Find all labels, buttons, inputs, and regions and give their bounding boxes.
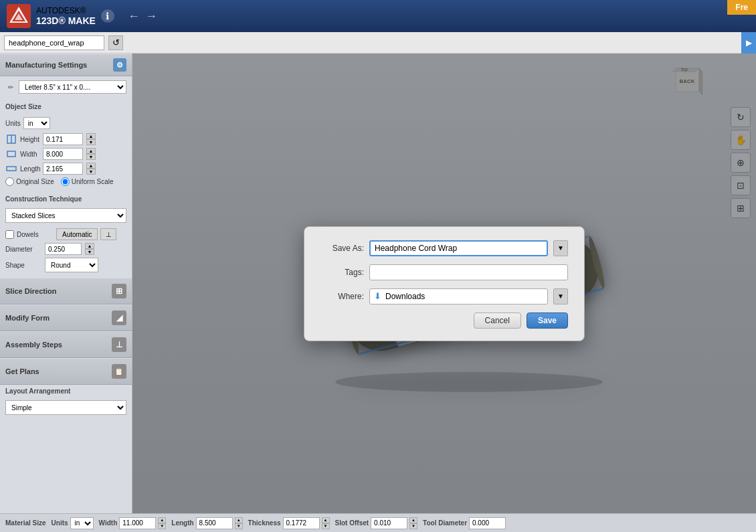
original-size-radio[interactable]: Original Size xyxy=(5,177,54,186)
length-input[interactable] xyxy=(43,163,83,175)
shape-label: Shape xyxy=(5,262,42,269)
app-name-label: 123D® MAKE xyxy=(36,15,96,26)
shape-select[interactable]: Round xyxy=(45,258,98,272)
save-as-dropdown-button[interactable]: ▼ xyxy=(553,240,568,256)
dowels-action-button[interactable]: ⊥ xyxy=(100,228,116,240)
dialog-actions: Cancel Save xyxy=(320,313,568,329)
width-down-button[interactable]: ▼ xyxy=(158,523,166,529)
refresh-button[interactable]: ↺ xyxy=(108,35,123,50)
construction-technique-header: Construction Technique xyxy=(0,193,132,205)
layout-select[interactable]: Simple xyxy=(5,400,126,415)
modify-form-section[interactable]: Modify Form ◢ xyxy=(0,304,132,331)
info-icon[interactable]: ℹ xyxy=(101,9,114,23)
where-select[interactable]: ⬇ Downloads xyxy=(369,288,548,304)
topbar: AUTODESK® 123D® MAKE ℹ ← → Fre xyxy=(0,0,756,32)
width-bottom-input[interactable] xyxy=(119,517,156,529)
material-size-label: Material Size xyxy=(5,519,46,527)
slot-offset-spinner: ▲ ▼ xyxy=(409,517,417,529)
uniform-scale-radio[interactable]: Uniform Scale xyxy=(61,177,114,186)
width-down-button[interactable]: ▼ xyxy=(86,154,96,160)
nav-arrows: ← → xyxy=(128,9,157,23)
width-label: Width xyxy=(20,151,40,158)
diameter-up-button[interactable]: ▲ xyxy=(85,243,94,249)
brand-label: AUTODESK® xyxy=(36,6,96,15)
dropdown-icon: ▼ xyxy=(557,244,564,252)
slot-offset-down-button[interactable]: ▼ xyxy=(409,523,417,529)
width-row: Width ▲ ▼ xyxy=(5,148,126,160)
units-label: Units xyxy=(5,120,21,127)
where-dropdown-icon: ▼ xyxy=(557,292,564,300)
diameter-input[interactable] xyxy=(45,243,82,255)
dowels-row: Dowels Automatic ⊥ xyxy=(5,228,126,240)
manufacturing-settings-content: ✏ Letter 8.5" x 11" x 0.... xyxy=(0,76,132,100)
object-size-label: Object Size xyxy=(5,103,41,110)
diameter-down-button[interactable]: ▼ xyxy=(85,249,94,255)
forward-button[interactable]: → xyxy=(145,9,157,23)
get-plans-section[interactable]: Get Plans 📋 xyxy=(0,358,132,385)
units-select[interactable]: in xyxy=(23,117,50,129)
manufacturing-settings-label: Manufacturing Settings xyxy=(5,61,87,69)
where-label: Where: xyxy=(320,292,364,301)
length-bottom-input[interactable] xyxy=(196,517,233,529)
sidebar: Manufacturing Settings ⚙ ✏ Letter 8.5" x… xyxy=(0,54,132,513)
navigate-right-button[interactable]: ▶ xyxy=(741,32,756,54)
material-select[interactable]: Letter 8.5" x 11" x 0.... xyxy=(19,80,126,94)
cancel-button[interactable]: Cancel xyxy=(474,313,521,329)
height-row: Height ▲ ▼ xyxy=(5,133,126,145)
dowels-label: Dowels xyxy=(17,231,54,238)
length-down-button[interactable]: ▼ xyxy=(86,169,96,175)
width-up-button[interactable]: ▲ xyxy=(158,517,166,523)
slot-offset-input[interactable] xyxy=(371,517,407,529)
tool-diameter-group: Tool Diameter xyxy=(423,517,506,529)
height-spinner: ▲ ▼ xyxy=(86,133,96,145)
height-up-button[interactable]: ▲ xyxy=(86,133,96,139)
shape-row: Shape Round xyxy=(5,258,126,272)
width-icon xyxy=(5,148,17,160)
slice-direction-section[interactable]: Slice Direction ⊞ xyxy=(0,278,132,304)
where-value: Downloads xyxy=(385,292,543,301)
thickness-up-button[interactable]: ▲ xyxy=(322,517,330,523)
units-bottom-label: Units xyxy=(52,519,68,527)
file-name-input[interactable] xyxy=(4,35,104,50)
modify-form-label: Modify Form xyxy=(5,314,50,322)
back-button[interactable]: ← xyxy=(128,9,140,23)
thickness-down-button[interactable]: ▼ xyxy=(322,523,330,529)
save-as-input[interactable] xyxy=(369,240,548,256)
construction-select[interactable]: Stacked Slices xyxy=(5,208,126,223)
save-as-row: Save As: ▼ xyxy=(320,240,568,256)
length-icon xyxy=(5,163,17,175)
length-up-button[interactable]: ▲ xyxy=(235,517,243,523)
automatic-button[interactable]: Automatic xyxy=(56,228,98,240)
where-dropdown-button[interactable]: ▼ xyxy=(553,288,568,304)
width-input[interactable] xyxy=(43,148,83,160)
construction-technique-label: Construction Technique xyxy=(5,195,82,203)
height-input[interactable] xyxy=(43,133,83,145)
viewport: BACK top ↻ ✋ ⊕ ⊡ ⊞ xyxy=(132,54,756,513)
tool-diameter-input[interactable] xyxy=(469,517,506,529)
svg-rect-6 xyxy=(7,151,15,157)
height-down-button[interactable]: ▼ xyxy=(86,139,96,145)
layout-arrangement-label: Layout Arrangement xyxy=(5,387,70,395)
diameter-spinner: ▲ ▼ xyxy=(85,243,94,255)
modify-form-icon: ◢ xyxy=(112,311,126,325)
gear-icon: ⚙ xyxy=(116,61,123,70)
logo-area: AUTODESK® 123D® MAKE ℹ xyxy=(7,4,114,28)
tags-input[interactable] xyxy=(369,264,568,280)
object-size-header: Object Size xyxy=(0,100,132,113)
thickness-label: Thickness xyxy=(248,519,281,527)
tags-label: Tags: xyxy=(320,268,364,277)
manufacturing-settings-header[interactable]: Manufacturing Settings ⚙ xyxy=(0,54,132,76)
secondbar: ↺ ▶ xyxy=(0,32,756,54)
assembly-steps-section[interactable]: Assembly Steps ⊥ xyxy=(0,331,132,358)
dowels-checkbox[interactable] xyxy=(5,230,14,239)
thickness-input[interactable] xyxy=(283,517,320,529)
thickness-group: Thickness ▲ ▼ xyxy=(248,517,330,529)
get-plans-icon: 📋 xyxy=(112,364,126,379)
width-up-button[interactable]: ▲ xyxy=(86,148,96,154)
save-button[interactable]: Save xyxy=(527,313,568,329)
length-up-button[interactable]: ▲ xyxy=(86,163,96,169)
original-size-label: Original Size xyxy=(16,178,54,185)
slot-offset-up-button[interactable]: ▲ xyxy=(409,517,417,523)
units-bottom-select[interactable]: in xyxy=(70,517,94,529)
length-down-button[interactable]: ▼ xyxy=(235,523,243,529)
